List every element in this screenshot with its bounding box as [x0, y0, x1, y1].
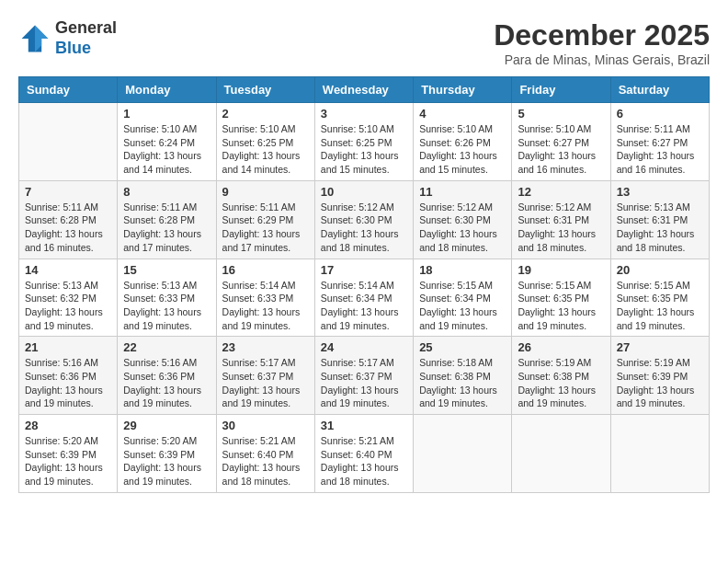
sunrise-text: Sunrise: 5:11 AM — [25, 201, 98, 213]
cell-info: Sunrise: 5:21 AM Sunset: 6:40 PM Dayligh… — [321, 434, 407, 488]
daylight-text: Daylight: 13 hours and 18 minutes. — [617, 228, 695, 253]
sunrise-text: Sunrise: 5:12 AM — [518, 201, 591, 213]
daylight-text: Daylight: 13 hours and 19 minutes. — [617, 306, 695, 331]
sunset-text: Sunset: 6:28 PM — [25, 214, 97, 225]
day-number: 22 — [123, 340, 210, 354]
calendar-cell: 25 Sunrise: 5:18 AM Sunset: 6:38 PM Dayl… — [414, 337, 512, 415]
sunset-text: Sunset: 6:34 PM — [321, 293, 392, 304]
sunrise-text: Sunrise: 5:18 AM — [419, 357, 493, 368]
cell-info: Sunrise: 5:11 AM Sunset: 6:28 PM Dayligh… — [25, 201, 111, 255]
sunset-text: Sunset: 6:32 PM — [25, 293, 97, 304]
weekday-header-sunday: Sunday — [19, 77, 118, 103]
sunrise-text: Sunrise: 5:15 AM — [518, 280, 591, 291]
cell-info: Sunrise: 5:14 AM Sunset: 6:34 PM Dayligh… — [321, 279, 407, 333]
calendar-cell: 23 Sunrise: 5:17 AM Sunset: 6:37 PM Dayl… — [216, 337, 314, 415]
sunrise-text: Sunrise: 5:14 AM — [321, 280, 394, 291]
calendar-cell: 18 Sunrise: 5:15 AM Sunset: 6:34 PM Dayl… — [414, 259, 512, 337]
day-number: 24 — [321, 340, 407, 354]
day-number: 15 — [123, 263, 210, 277]
day-number: 18 — [419, 263, 506, 277]
cell-info: Sunrise: 5:16 AM Sunset: 6:36 PM Dayligh… — [25, 356, 111, 410]
sunrise-text: Sunrise: 5:15 AM — [617, 280, 690, 291]
sunset-text: Sunset: 6:25 PM — [321, 137, 392, 148]
weekday-header-tuesday: Tuesday — [216, 77, 314, 103]
cell-info: Sunrise: 5:15 AM Sunset: 6:35 PM Dayligh… — [617, 279, 703, 333]
daylight-text: Daylight: 13 hours and 18 minutes. — [222, 462, 301, 487]
calendar-cell: 20 Sunrise: 5:15 AM Sunset: 6:35 PM Dayl… — [610, 259, 709, 337]
sunset-text: Sunset: 6:30 PM — [321, 214, 392, 225]
daylight-text: Daylight: 13 hours and 16 minutes. — [25, 228, 103, 253]
calendar-cell: 28 Sunrise: 5:20 AM Sunset: 6:39 PM Dayl… — [19, 415, 118, 493]
sunset-text: Sunset: 6:27 PM — [617, 137, 688, 148]
calendar-cell: 24 Sunrise: 5:17 AM Sunset: 6:37 PM Dayl… — [314, 337, 413, 415]
cell-info: Sunrise: 5:18 AM Sunset: 6:38 PM Dayligh… — [419, 356, 506, 410]
day-number: 14 — [25, 263, 111, 277]
daylight-text: Daylight: 13 hours and 14 minutes. — [222, 150, 301, 175]
cell-info: Sunrise: 5:11 AM Sunset: 6:27 PM Dayligh… — [617, 122, 703, 177]
page-header: General Blue December 2025 Para de Minas… — [18, 18, 710, 67]
daylight-text: Daylight: 13 hours and 19 minutes. — [25, 306, 103, 331]
day-number: 13 — [617, 185, 703, 199]
daylight-text: Daylight: 13 hours and 18 minutes. — [419, 228, 497, 253]
sunrise-text: Sunrise: 5:17 AM — [321, 357, 394, 368]
calendar-cell: 9 Sunrise: 5:11 AM Sunset: 6:29 PM Dayli… — [216, 180, 314, 259]
calendar-cell: 13 Sunrise: 5:13 AM Sunset: 6:31 PM Dayl… — [610, 180, 709, 259]
cell-info: Sunrise: 5:12 AM Sunset: 6:30 PM Dayligh… — [321, 201, 407, 255]
sunrise-text: Sunrise: 5:15 AM — [419, 280, 493, 291]
day-number: 26 — [518, 340, 604, 354]
weekday-header-row: SundayMondayTuesdayWednesdayThursdayFrid… — [19, 77, 710, 103]
sunrise-text: Sunrise: 5:10 AM — [123, 123, 197, 134]
sunset-text: Sunset: 6:29 PM — [222, 214, 294, 225]
daylight-text: Daylight: 13 hours and 19 minutes. — [123, 306, 201, 331]
daylight-text: Daylight: 13 hours and 16 minutes. — [518, 150, 596, 175]
cell-info: Sunrise: 5:20 AM Sunset: 6:39 PM Dayligh… — [25, 434, 111, 488]
location-text: Para de Minas, Minas Gerais, Brazil — [494, 52, 710, 67]
logo-icon — [18, 22, 51, 55]
sunrise-text: Sunrise: 5:10 AM — [518, 123, 591, 134]
sunset-text: Sunset: 6:35 PM — [518, 293, 589, 304]
sunset-text: Sunset: 6:31 PM — [617, 214, 688, 225]
sunrise-text: Sunrise: 5:21 AM — [321, 435, 394, 446]
sunrise-text: Sunrise: 5:10 AM — [321, 123, 394, 134]
sunset-text: Sunset: 6:26 PM — [419, 137, 491, 148]
daylight-text: Daylight: 13 hours and 19 minutes. — [617, 385, 695, 409]
daylight-text: Daylight: 13 hours and 15 minutes. — [321, 150, 399, 175]
logo-text-general: General — [55, 18, 117, 39]
sunset-text: Sunset: 6:39 PM — [617, 371, 688, 382]
calendar-cell: 27 Sunrise: 5:19 AM Sunset: 6:39 PM Dayl… — [610, 337, 709, 415]
day-number: 3 — [321, 107, 407, 121]
day-number: 2 — [222, 107, 309, 121]
calendar-cell: 3 Sunrise: 5:10 AM Sunset: 6:25 PM Dayli… — [314, 103, 413, 181]
calendar-week-row: 21 Sunrise: 5:16 AM Sunset: 6:36 PM Dayl… — [19, 337, 710, 415]
daylight-text: Daylight: 13 hours and 15 minutes. — [419, 150, 497, 175]
sunrise-text: Sunrise: 5:20 AM — [25, 435, 98, 446]
weekday-header-thursday: Thursday — [414, 77, 512, 103]
cell-info: Sunrise: 5:12 AM Sunset: 6:31 PM Dayligh… — [518, 201, 604, 255]
cell-info: Sunrise: 5:13 AM Sunset: 6:33 PM Dayligh… — [123, 279, 210, 333]
daylight-text: Daylight: 13 hours and 19 minutes. — [321, 385, 399, 409]
cell-info: Sunrise: 5:10 AM Sunset: 6:25 PM Dayligh… — [321, 122, 407, 177]
sunset-text: Sunset: 6:40 PM — [222, 449, 294, 460]
calendar-cell: 22 Sunrise: 5:16 AM Sunset: 6:36 PM Dayl… — [118, 337, 216, 415]
daylight-text: Daylight: 13 hours and 19 minutes. — [25, 462, 103, 487]
day-number: 28 — [25, 419, 111, 432]
daylight-text: Daylight: 13 hours and 18 minutes. — [321, 462, 399, 487]
day-number: 21 — [25, 340, 111, 354]
day-number: 25 — [419, 340, 506, 354]
cell-info: Sunrise: 5:11 AM Sunset: 6:28 PM Dayligh… — [123, 201, 210, 255]
daylight-text: Daylight: 13 hours and 19 minutes. — [419, 385, 497, 409]
sunrise-text: Sunrise: 5:13 AM — [123, 280, 197, 291]
calendar-cell: 7 Sunrise: 5:11 AM Sunset: 6:28 PM Dayli… — [19, 180, 118, 259]
sunrise-text: Sunrise: 5:21 AM — [222, 435, 296, 446]
daylight-text: Daylight: 13 hours and 19 minutes. — [123, 385, 201, 409]
calendar-cell: 29 Sunrise: 5:20 AM Sunset: 6:39 PM Dayl… — [118, 415, 216, 493]
cell-info: Sunrise: 5:11 AM Sunset: 6:29 PM Dayligh… — [222, 201, 309, 255]
day-number: 8 — [123, 185, 210, 199]
calendar-cell: 12 Sunrise: 5:12 AM Sunset: 6:31 PM Dayl… — [512, 180, 610, 259]
sunset-text: Sunset: 6:35 PM — [617, 293, 688, 304]
cell-info: Sunrise: 5:10 AM Sunset: 6:27 PM Dayligh… — [518, 122, 604, 177]
calendar-cell: 17 Sunrise: 5:14 AM Sunset: 6:34 PM Dayl… — [314, 259, 413, 337]
calendar-cell: 19 Sunrise: 5:15 AM Sunset: 6:35 PM Dayl… — [512, 259, 610, 337]
sunset-text: Sunset: 6:33 PM — [123, 293, 195, 304]
calendar-cell: 5 Sunrise: 5:10 AM Sunset: 6:27 PM Dayli… — [512, 103, 610, 181]
